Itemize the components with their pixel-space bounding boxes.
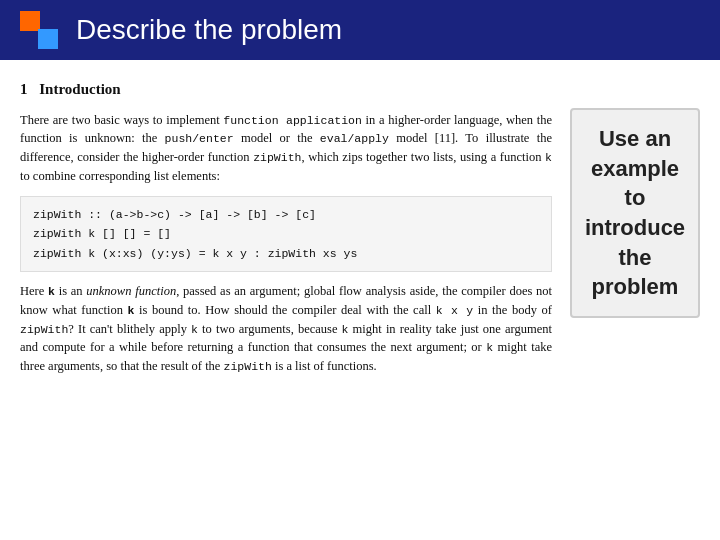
paragraph-2: Here k is an unknown function, passed as… xyxy=(20,282,552,376)
code-line-1: zipWith :: (a->b->c) -> [a] -> [b] -> [c… xyxy=(33,205,539,225)
logo-orange-square xyxy=(20,11,40,31)
section-number: 1 xyxy=(20,81,28,97)
paper-content: 1 Introduction There are two basic ways … xyxy=(20,78,552,522)
main-content: 1 Introduction There are two basic ways … xyxy=(0,60,720,540)
slide-title: Describe the problem xyxy=(76,14,342,46)
callout-text: Use an example to introduce the problem xyxy=(582,124,688,302)
paragraph-1: There are two basic ways to implement fu… xyxy=(20,111,552,186)
code-line-2: zipWith k [] [] = [] xyxy=(33,224,539,244)
section-heading: 1 Introduction xyxy=(20,78,552,101)
slide-header: Describe the problem xyxy=(0,0,720,60)
code-line-3: zipWith k (x:xs) (y:ys) = k x y : zipWit… xyxy=(33,244,539,264)
logo xyxy=(20,11,58,49)
callout-box: Use an example to introduce the problem xyxy=(570,108,700,318)
section-title: Introduction xyxy=(39,81,120,97)
code-block: zipWith :: (a->b->c) -> [a] -> [b] -> [c… xyxy=(20,196,552,273)
logo-blue-square xyxy=(38,29,58,49)
